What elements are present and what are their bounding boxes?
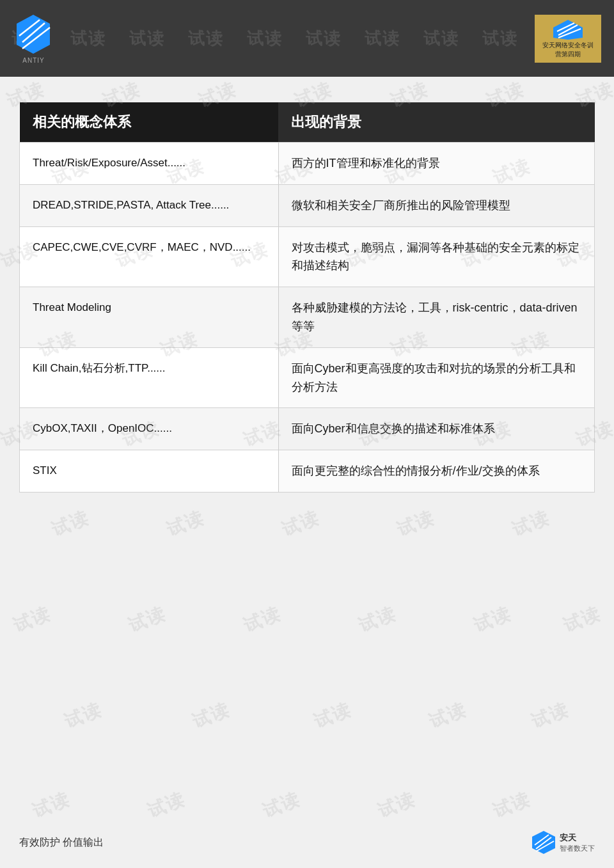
- watermark-text: 试读: [278, 506, 322, 542]
- watermark-text: 试读: [508, 506, 553, 542]
- table-cell-col1: DREAD,STRIDE,PASTA, Attack Tree......: [20, 184, 279, 226]
- watermark-text: 试读: [355, 602, 399, 638]
- watermark-text: 试读: [10, 602, 54, 638]
- watermark-text: 试读: [48, 506, 92, 542]
- table-cell-col1: CybOX,TAXII，OpenIOC......: [20, 408, 279, 450]
- col1-header: 相关的概念体系: [20, 102, 279, 143]
- table-cell-col1: STIX: [20, 450, 279, 493]
- footer-brand: 安天 智者数天下: [531, 830, 595, 855]
- table-cell-col2: 面向Cyber和信息交换的描述和标准体系: [278, 408, 594, 450]
- footer: 有效防护 价值输出 安天 智者数天下: [0, 817, 614, 868]
- table-row: CybOX,TAXII，OpenIOC......面向Cyber和信息交换的描述…: [20, 408, 595, 450]
- watermark-text: 试读: [189, 698, 233, 734]
- logo-label: ANTIY: [22, 57, 44, 64]
- table-row: CAPEC,CWE,CVE,CVRF，MAEC，NVD......对攻击模式，脆…: [20, 226, 595, 287]
- footer-logo-icon: [531, 830, 556, 855]
- main-content: 相关的概念体系 出现的背景 Threat/Risk/Exposure/Asset…: [0, 77, 614, 505]
- watermark-text: 试读: [310, 698, 354, 734]
- brand-icon: [552, 19, 584, 41]
- table-cell-col1: CAPEC,CWE,CVE,CVRF，MAEC，NVD......: [20, 226, 279, 287]
- table-row: STIX面向更完整的综合性的情报分析/作业/交换的体系: [20, 450, 595, 493]
- watermark-text: 试读: [560, 602, 604, 638]
- table-row: Threat Modeling各种威胁建模的方法论，工具，risk-centri…: [20, 287, 595, 348]
- header-right: 安天网络安全冬训营第四期: [535, 15, 601, 63]
- footer-brand-sub: 智者数天下: [560, 844, 595, 853]
- table-cell-col1: Threat/Risk/Exposure/Asset......: [20, 143, 279, 185]
- footer-brand-name: 安天: [560, 832, 595, 844]
- table-cell-col2: 各种威胁建模的方法论，工具，risk-centric，data-driven等等: [278, 287, 594, 348]
- watermark-text: 试读: [425, 698, 469, 734]
- watermark-text: 试读: [528, 698, 572, 734]
- table-cell-col2: 面向Cyber和更高强度的攻击和对抗的场景的分析工具和分析方法: [278, 347, 594, 408]
- watermark-text: 试读: [125, 602, 169, 638]
- table-cell-col2: 微软和相关安全厂商所推出的风险管理模型: [278, 184, 594, 226]
- table-row: Threat/Risk/Exposure/Asset......西方的IT管理和…: [20, 143, 595, 185]
- concept-table: 相关的概念体系 出现的背景 Threat/Risk/Exposure/Asset…: [19, 102, 595, 493]
- table-row: Kill Chain,钻石分析,TTP......面向Cyber和更高强度的攻击…: [20, 347, 595, 408]
- watermark-text: 试读: [470, 602, 514, 638]
- table-cell-col2: 对攻击模式，脆弱点，漏洞等各种基础的安全元素的标定和描述结构: [278, 226, 594, 287]
- watermark-text: 试读: [240, 602, 284, 638]
- table-cell-col1: Kill Chain,钻石分析,TTP......: [20, 347, 279, 408]
- table-cell-col2: 西方的IT管理和标准化的背景: [278, 143, 594, 185]
- col2-header: 出现的背景: [278, 102, 594, 143]
- brand-sub-label: 安天网络安全冬训营第四期: [542, 41, 594, 59]
- table-header-row: 相关的概念体系 出现的背景: [20, 102, 595, 143]
- table-row: DREAD,STRIDE,PASTA, Attack Tree......微软和…: [20, 184, 595, 226]
- footer-left-text: 有效防护 价值输出: [19, 836, 104, 849]
- table-cell-col1: Threat Modeling: [20, 287, 279, 348]
- logo-area: ANTIY: [13, 13, 54, 64]
- table-cell-col2: 面向更完整的综合性的情报分析/作业/交换的体系: [278, 450, 594, 493]
- header-watermarks: 试读 试读 试读 试读 试读 试读 试读 试读 试读: [0, 0, 614, 77]
- header: 试读 试读 试读 试读 试读 试读 试读 试读 试读 ANTIY: [0, 0, 614, 77]
- antiy-logo-icon: [13, 13, 54, 55]
- watermark-text: 试读: [393, 506, 437, 542]
- watermark-text: 试读: [163, 506, 207, 542]
- watermark-text: 试读: [61, 698, 105, 734]
